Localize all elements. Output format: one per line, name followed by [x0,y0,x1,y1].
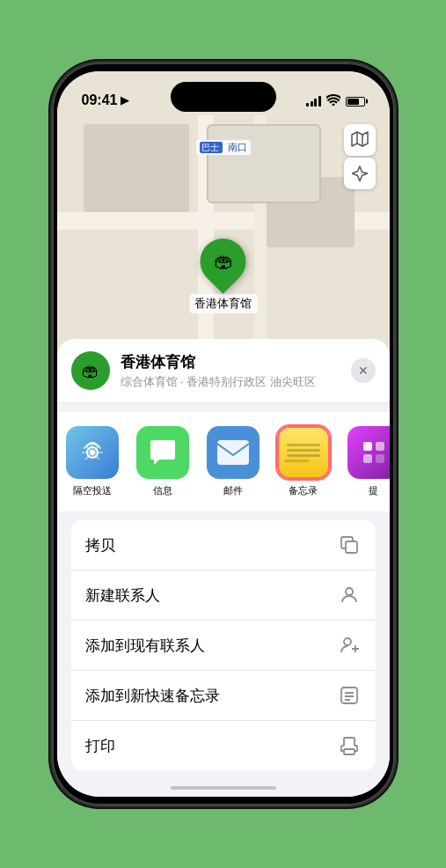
svg-rect-5 [363,454,372,463]
svg-rect-7 [346,541,357,553]
copy-icon [337,533,362,557]
status-time: 09:41 ▶ [82,92,129,108]
location-icon: ▶ [121,94,128,107]
svg-rect-3 [363,442,372,451]
add-contact-icon [337,633,362,658]
time-display: 09:41 [82,92,118,108]
mail-label: 邮件 [223,484,243,497]
location-name: 香港体育馆 [121,352,340,372]
marker-pin: 🏟 [191,229,256,294]
share-item-notes[interactable]: 备忘录 [268,426,339,497]
airdrop-icon [66,426,119,479]
messages-label: 信息 [153,484,172,497]
notes-icon [277,426,330,479]
stadium-marker[interactable]: 🏟 香港体育馆 [189,239,257,313]
action-add-existing-label: 添加到现有联系人 [85,636,205,656]
action-quick-note-label: 添加到新快速备忘录 [85,686,220,706]
home-indicator [171,786,276,790]
svg-point-8 [346,588,353,595]
share-item-messages[interactable]: 信息 [128,426,198,497]
map-block [84,124,189,212]
svg-rect-12 [341,688,357,703]
share-item-more[interactable]: 提 [339,426,390,497]
map-label: 巴士 南口 [195,140,250,155]
new-contact-icon [337,583,362,607]
map-controls [344,124,376,189]
marker-label: 香港体育馆 [189,294,257,313]
action-new-contact[interactable]: 新建联系人 [71,570,376,621]
more-label: 提 [369,484,378,497]
action-copy-label: 拷贝 [85,535,115,555]
svg-rect-16 [344,749,355,754]
quick-note-icon [337,683,362,708]
location-button[interactable] [344,158,376,189]
svg-rect-4 [376,442,384,451]
airdrop-label: 隔空投送 [73,484,112,497]
battery-icon [346,97,365,107]
svg-rect-2 [217,440,249,465]
share-row: 隔空投送 信息 [57,412,390,511]
marker-icon: 🏟 [214,250,233,273]
action-quick-note[interactable]: 添加到新快速备忘录 [71,671,376,721]
status-right [306,94,365,108]
map-type-button[interactable] [344,124,376,156]
map-block [207,124,321,203]
dynamic-island [171,82,276,112]
location-info: 香港体育馆 综合体育馆 · 香港特别行政区 油尖旺区 [121,352,340,390]
signal-icon [306,96,321,107]
share-item-airdrop[interactable]: 隔空投送 [57,426,128,497]
action-add-existing[interactable]: 添加到现有联系人 [71,621,376,671]
bottom-sheet: 🏟 香港体育馆 综合体育馆 · 香港特别行政区 油尖旺区 ✕ [57,339,390,797]
print-icon [337,733,362,758]
svg-rect-6 [376,454,384,463]
svg-point-9 [344,638,351,645]
action-copy[interactable]: 拷贝 [71,520,376,570]
share-item-mail[interactable]: 邮件 [198,426,268,497]
action-print-label: 打印 [85,736,115,756]
svg-point-1 [90,450,95,455]
location-desc: 综合体育馆 · 香港特别行政区 油尖旺区 [121,374,340,390]
notes-label: 备忘录 [289,484,318,497]
action-list: 拷贝 新建联系人 [71,520,376,770]
phone-frame: 09:41 ▶ [52,63,395,805]
location-card: 🏟 香港体育馆 综合体育馆 · 香港特别行政区 油尖旺区 ✕ [57,339,390,403]
location-card-icon: 🏟 [71,351,110,390]
mail-icon [207,426,260,479]
messages-icon [136,426,189,479]
map-station-label: 南口 [228,142,247,152]
wifi-icon [326,94,340,108]
action-print[interactable]: 打印 [71,721,376,770]
phone-screen: 09:41 ▶ [57,71,390,797]
more-icon [347,426,390,479]
close-button[interactable]: ✕ [351,358,376,383]
action-new-contact-label: 新建联系人 [85,585,160,606]
